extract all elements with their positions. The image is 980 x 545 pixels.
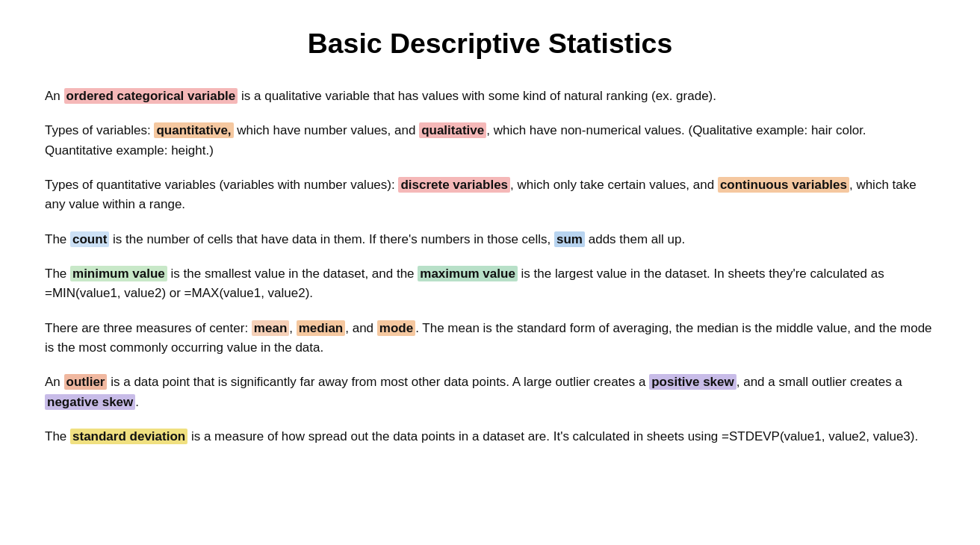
term-count: count (70, 231, 109, 247)
term-maximum-value: maximum value (418, 266, 518, 281)
term-median: median (297, 320, 346, 336)
paragraph-mean-median-mode: There are three measures of center: mean… (45, 319, 935, 358)
term-qualitative: qualitative (419, 122, 486, 138)
term-minimum-value: minimum value (70, 266, 167, 281)
term-ordered-categorical: ordered categorical variable (64, 88, 238, 104)
term-mean: mean (252, 320, 289, 336)
term-discrete-variables: discrete variables (398, 177, 510, 193)
term-quantitative: quantitative, (154, 122, 233, 138)
paragraph-quantitative-types: Types of quantitative variables (variabl… (45, 175, 935, 215)
page-title: Basic Descriptive Statistics (45, 22, 935, 66)
term-outlier: outlier (64, 374, 108, 390)
term-positive-skew: positive skew (649, 374, 736, 390)
paragraph-min-max: The minimum value is the smallest value … (45, 264, 935, 304)
term-standard-deviation: standard deviation (70, 429, 187, 444)
term-continuous-variables: continuous variables (718, 177, 849, 193)
paragraph-types-of-variables: Types of variables: quantitative, which … (45, 121, 935, 161)
term-sum: sum (554, 231, 585, 247)
paragraph-outlier-skew: An outlier is a data point that is signi… (45, 373, 935, 412)
term-mode: mode (377, 320, 415, 336)
paragraph-ordered-categorical: An ordered categorical variable is a qua… (45, 87, 935, 106)
paragraph-count-sum: The count is the number of cells that ha… (45, 230, 935, 249)
paragraph-standard-deviation: The standard deviation is a measure of h… (45, 427, 935, 446)
term-negative-skew: negative skew (45, 394, 135, 410)
